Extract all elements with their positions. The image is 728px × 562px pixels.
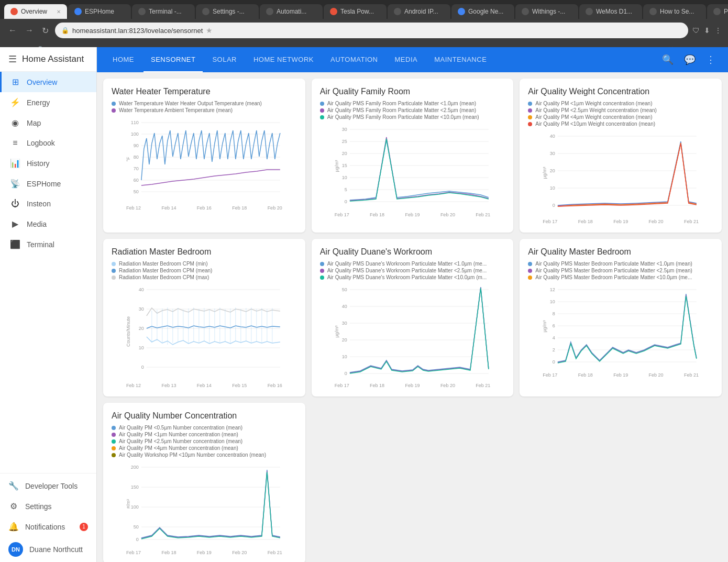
card-water-heater: Water Heater Temperature Water Temperatu… (103, 79, 305, 233)
svg-text:10: 10 (550, 299, 555, 304)
svg-text:4: 4 (553, 335, 555, 340)
card-air-quality-workroom: Air Quality Duane's Workroom Air Quality… (312, 239, 514, 396)
svg-text:10: 10 (341, 175, 347, 180)
hamburger-icon[interactable]: ☰ (8, 53, 17, 65)
svg-text:5: 5 (344, 187, 347, 192)
legend-label: Air Quality PM <0.5µm Number concentrati… (119, 425, 242, 431)
svg-text:µg/m³: µg/m³ (334, 325, 339, 337)
legend-item: Air Quality PM <2.5µm Number concentrati… (112, 438, 297, 444)
tab-wemos[interactable]: WeMos D1... (579, 4, 642, 19)
legend-label: Air Quality PMS Family Room Particulate … (327, 101, 476, 106)
legend-label: Air Quality PMS Family Room Particulate … (327, 114, 479, 120)
nav-tab-homenetwork[interactable]: HOME NETWORK (246, 47, 321, 72)
sidebar-item-overview[interactable]: ⊞ Overview (0, 72, 96, 92)
tab-favicon (202, 8, 209, 15)
svg-text:10: 10 (550, 185, 555, 191)
legend-dot (112, 439, 116, 444)
x-label: Feb 19 (405, 383, 420, 388)
legend-dot (528, 108, 532, 113)
legend-item: Air Quality PM <2.5µm Weight concentrati… (528, 107, 713, 113)
legend-dot (320, 276, 324, 280)
legend-label: Air Quality Workshop PM <10µm Number con… (119, 452, 266, 458)
download-icon[interactable]: ⬇ (704, 26, 710, 35)
tab-overview[interactable]: Overview ✕ (4, 4, 67, 19)
chat-icon[interactable]: 💬 (680, 50, 700, 70)
back-button[interactable]: ← (6, 24, 19, 37)
nav-tab-media[interactable]: MEDIA (388, 47, 425, 72)
menu-icon[interactable]: ⋮ (714, 26, 722, 35)
tab-automation[interactable]: Automati... (260, 4, 323, 19)
sidebar-item-map[interactable]: ◉ Map (0, 113, 96, 133)
nav-tab-automation[interactable]: AUTOMATION (323, 47, 385, 72)
x-label: Feb 21 (476, 212, 490, 217)
sidebar-item-terminal[interactable]: ⬛ Terminal (0, 234, 96, 255)
nav-tab-sensornet[interactable]: SENSORNET (144, 47, 203, 72)
tab-label: PiJuice Zer... (724, 8, 728, 15)
legend-dot (112, 262, 116, 266)
sidebar-item-energy[interactable]: ⚡ Energy (0, 92, 96, 113)
x-label: Feb 20 (232, 550, 247, 555)
svg-text:25: 25 (341, 139, 347, 144)
legend-item: Air Quality PMS Master Bedroom Particula… (528, 274, 713, 280)
x-label: Feb 21 (268, 550, 282, 555)
card-air-quality-family: Air Quality Family Room Air Quality PMS … (312, 79, 514, 233)
sidebar-item-history[interactable]: 📊 History (0, 153, 96, 173)
sidebar-item-media[interactable]: ▶ Media (0, 214, 96, 234)
tab-terminal[interactable]: Terminal -... (132, 4, 195, 19)
search-icon[interactable]: 🔍 (658, 50, 678, 70)
sidebar-item-settings[interactable]: ⚙ Settings (0, 496, 96, 516)
svg-text:150: 150 (131, 484, 139, 490)
extension-icon[interactable]: 🛡 (692, 26, 700, 35)
nav-tab-home[interactable]: HOME (105, 47, 141, 72)
x-label: Feb 17 (543, 219, 557, 224)
tab-esphome[interactable]: ESPHome (68, 4, 131, 19)
tab-pijuice[interactable]: PiJuice Zer... (707, 4, 728, 19)
legend-dot (112, 433, 116, 437)
tab-android[interactable]: Android IP... (388, 4, 450, 19)
svg-text:20: 20 (139, 326, 144, 331)
sidebar-label-settings: Settings (25, 502, 52, 511)
forward-button[interactable]: → (23, 24, 36, 37)
tab-withings[interactable]: Withings -... (515, 4, 578, 19)
reload-button[interactable]: ↻ (40, 24, 51, 38)
legend-label: Air Quality PMS Master Bedroom Particula… (535, 261, 692, 267)
x-label: Feb 20 (649, 372, 664, 378)
sidebar-label-user: Duane Northcutt (29, 545, 83, 554)
avatar-initials: DN (12, 546, 20, 553)
legend-item: Air Quality PMS Master Bedroom Particula… (528, 268, 713, 273)
sidebar-item-logbook[interactable]: ≡ Logbook (0, 133, 96, 153)
nav-tab-maintenance[interactable]: MAINTENANCE (427, 47, 494, 72)
tab-favicon (458, 8, 465, 15)
x-label: Feb 12 (126, 383, 141, 388)
sidebar-item-notifications[interactable]: 🔔 Notifications 1 (0, 516, 96, 537)
address-bar[interactable]: 🔒 homeassistant.lan:8123/lovelace/sensor… (55, 23, 688, 38)
legend-label: Radiation Master Bedroom CPM (max) (119, 274, 209, 280)
legend-item: Air Quality PM <4µm Number concentration… (112, 445, 297, 451)
tab-howto[interactable]: How to Se... (643, 4, 706, 19)
tab-settings[interactable]: Settings -... (196, 4, 259, 19)
sidebar-item-esphome[interactable]: 📡 ESPHome (0, 173, 96, 194)
x-label: Feb 17 (335, 383, 349, 388)
sidebar-item-devtools[interactable]: 🔧 Developer Tools (0, 476, 96, 496)
tab-google[interactable]: Google Ne... (451, 4, 514, 19)
more-icon[interactable]: ⋮ (702, 50, 720, 70)
tab-close-icon[interactable]: ✕ (57, 9, 61, 15)
svg-text:10: 10 (341, 354, 347, 359)
sidebar-item-insteon[interactable]: ⏻ Insteon (0, 194, 96, 214)
legend-label: Air Quality PM <4µm Number concentration… (119, 445, 238, 451)
tab-favicon (74, 8, 82, 15)
legend-dot (320, 102, 324, 106)
bookmark-star-icon[interactable]: ★ (206, 26, 213, 35)
x-label: Feb 21 (684, 372, 699, 378)
x-label: Feb 17 (543, 372, 557, 378)
legend-dot (528, 122, 532, 126)
x-labels: Feb 17 Feb 18 Feb 19 Feb 20 Feb 21 (528, 217, 713, 224)
legend-label: Water Temperature Water Heater Output Te… (119, 101, 262, 106)
svg-text:8: 8 (553, 311, 555, 316)
chart-legend-air-family: Air Quality PMS Family Room Particulate … (320, 101, 505, 120)
tab-tesla[interactable]: Tesla Pow... (324, 4, 387, 19)
legend-label: Air Quality PMS Family Room Particulate … (327, 107, 476, 113)
sidebar-item-user[interactable]: DN Duane Northcutt (0, 537, 96, 562)
nav-tab-solar[interactable]: SOLAR (205, 47, 244, 72)
x-label: Feb 18 (578, 372, 593, 378)
